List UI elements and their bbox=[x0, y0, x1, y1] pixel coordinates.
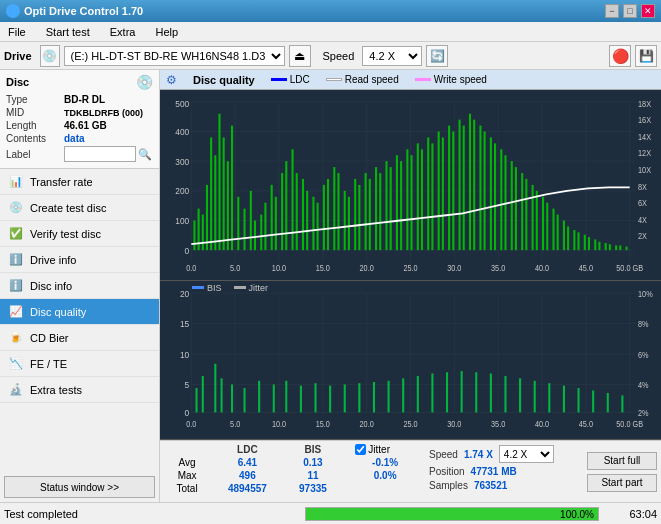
svg-rect-95 bbox=[452, 132, 454, 251]
bis-legend-label: BIS bbox=[207, 283, 222, 293]
svg-text:300: 300 bbox=[175, 156, 189, 167]
nav-disc-info[interactable]: ℹ️ Disc info bbox=[0, 273, 159, 299]
nav-disc-quality-label: Disc quality bbox=[30, 306, 86, 318]
svg-text:25.0: 25.0 bbox=[403, 264, 418, 274]
nav-fe-te[interactable]: 📉 FE / TE bbox=[0, 351, 159, 377]
speed-select[interactable]: 4.2 X bbox=[362, 46, 422, 66]
mid-value: TDKBLDRFB (000) bbox=[64, 108, 143, 118]
svg-rect-175 bbox=[285, 381, 287, 413]
svg-rect-120 bbox=[584, 235, 586, 250]
svg-rect-104 bbox=[500, 149, 502, 250]
svg-rect-123 bbox=[598, 242, 600, 250]
svg-rect-124 bbox=[605, 243, 607, 250]
total-bis: 97335 bbox=[285, 482, 342, 495]
svg-rect-198 bbox=[621, 395, 623, 412]
svg-rect-84 bbox=[396, 155, 398, 250]
length-value: 46.61 GB bbox=[64, 120, 107, 131]
menu-file[interactable]: File bbox=[4, 24, 30, 40]
svg-rect-74 bbox=[344, 191, 346, 250]
label-browse-icon[interactable]: 🔍 bbox=[138, 148, 152, 161]
svg-rect-125 bbox=[609, 244, 611, 250]
svg-rect-55 bbox=[244, 209, 246, 251]
type-label: Type bbox=[6, 94, 64, 105]
nav-cd-bier[interactable]: 🍺 CD Bier bbox=[0, 325, 159, 351]
svg-rect-75 bbox=[348, 197, 350, 250]
extra-tests-icon: 🔬 bbox=[8, 382, 24, 398]
svg-rect-126 bbox=[615, 245, 617, 250]
nav-drive-info[interactable]: ℹ️ Drive info bbox=[0, 247, 159, 273]
svg-rect-116 bbox=[563, 220, 565, 250]
samples-label: Samples bbox=[429, 480, 468, 491]
drive-select[interactable]: (E:) HL-DT-ST BD-RE WH16NS48 1.D3 bbox=[64, 46, 285, 66]
menu-help[interactable]: Help bbox=[151, 24, 182, 40]
start-part-button[interactable]: Start part bbox=[587, 474, 657, 492]
nav-fe-te-label: FE / TE bbox=[30, 358, 67, 370]
jitter-checkbox[interactable] bbox=[355, 444, 366, 455]
svg-rect-77 bbox=[358, 185, 360, 250]
svg-rect-78 bbox=[365, 173, 367, 250]
refresh-button[interactable]: 🔄 bbox=[426, 45, 448, 67]
close-button[interactable]: ✕ bbox=[641, 4, 655, 18]
svg-rect-60 bbox=[271, 185, 273, 250]
start-full-button[interactable]: Start full bbox=[587, 452, 657, 470]
speed-select-stats[interactable]: 4.2 X bbox=[499, 445, 554, 463]
svg-rect-59 bbox=[264, 203, 266, 250]
save-button[interactable]: 💾 bbox=[635, 45, 657, 67]
minimize-button[interactable]: − bbox=[605, 4, 619, 18]
svg-rect-192 bbox=[534, 381, 536, 413]
svg-rect-174 bbox=[273, 384, 275, 412]
svg-text:15: 15 bbox=[180, 318, 189, 329]
svg-rect-83 bbox=[390, 167, 392, 250]
svg-rect-193 bbox=[548, 383, 550, 412]
svg-rect-115 bbox=[557, 215, 559, 251]
svg-rect-181 bbox=[373, 382, 375, 412]
svg-rect-92 bbox=[438, 132, 440, 251]
menu-start-test[interactable]: Start test bbox=[42, 24, 94, 40]
svg-rect-113 bbox=[546, 203, 548, 250]
svg-text:100: 100 bbox=[175, 216, 189, 227]
progress-text: 100.0% bbox=[560, 509, 594, 520]
svg-rect-182 bbox=[388, 381, 390, 413]
svg-rect-112 bbox=[542, 197, 544, 250]
svg-rect-79 bbox=[369, 179, 371, 250]
nav-create-test-disc[interactable]: 💿 Create test disc bbox=[0, 195, 159, 221]
nav-extra-tests[interactable]: 🔬 Extra tests bbox=[0, 377, 159, 403]
svg-text:10%: 10% bbox=[638, 289, 653, 299]
svg-text:2X: 2X bbox=[638, 232, 648, 242]
svg-text:0: 0 bbox=[185, 245, 190, 256]
nav-verify-test-disc[interactable]: ✅ Verify test disc bbox=[0, 221, 159, 247]
svg-rect-67 bbox=[306, 191, 308, 250]
svg-rect-117 bbox=[567, 226, 569, 250]
svg-rect-47 bbox=[206, 185, 208, 250]
svg-rect-177 bbox=[314, 383, 316, 412]
label-input[interactable] bbox=[64, 146, 136, 162]
nav-drive-info-label: Drive info bbox=[30, 254, 76, 266]
nav-transfer-rate[interactable]: 📊 Transfer rate bbox=[0, 169, 159, 195]
svg-text:30.0: 30.0 bbox=[447, 419, 462, 429]
status-window-button[interactable]: Status window >> bbox=[4, 476, 155, 498]
svg-text:15.0: 15.0 bbox=[316, 264, 331, 274]
svg-rect-93 bbox=[442, 137, 444, 250]
svg-rect-63 bbox=[285, 161, 287, 250]
svg-rect-196 bbox=[592, 390, 594, 412]
svg-rect-190 bbox=[504, 376, 506, 413]
svg-text:25.0: 25.0 bbox=[403, 419, 418, 429]
svg-rect-179 bbox=[344, 384, 346, 412]
svg-rect-100 bbox=[479, 126, 481, 251]
svg-text:5.0: 5.0 bbox=[230, 419, 241, 429]
nav-transfer-rate-label: Transfer rate bbox=[30, 176, 93, 188]
svg-rect-58 bbox=[260, 215, 262, 251]
maximize-button[interactable]: □ bbox=[623, 4, 637, 18]
eject-button[interactable]: ⏏ bbox=[289, 45, 311, 67]
read-speed-color bbox=[326, 78, 342, 81]
nav-disc-quality[interactable]: 📈 Disc quality bbox=[0, 299, 159, 325]
drive-toolbar: Drive 💿 (E:) HL-DT-ST BD-RE WH16NS48 1.D… bbox=[0, 42, 661, 70]
svg-text:6X: 6X bbox=[638, 199, 648, 209]
speed-value: 1.74 X bbox=[464, 449, 493, 460]
upper-chart-svg: 500 400 300 200 100 0 18X 16X 14X 12X 10… bbox=[160, 90, 661, 280]
jitter-legend-label: Jitter bbox=[249, 283, 269, 293]
menu-extra[interactable]: Extra bbox=[106, 24, 140, 40]
svg-rect-121 bbox=[588, 237, 590, 250]
legend-read-speed: Read speed bbox=[326, 74, 399, 85]
contents-value: data bbox=[64, 133, 85, 144]
